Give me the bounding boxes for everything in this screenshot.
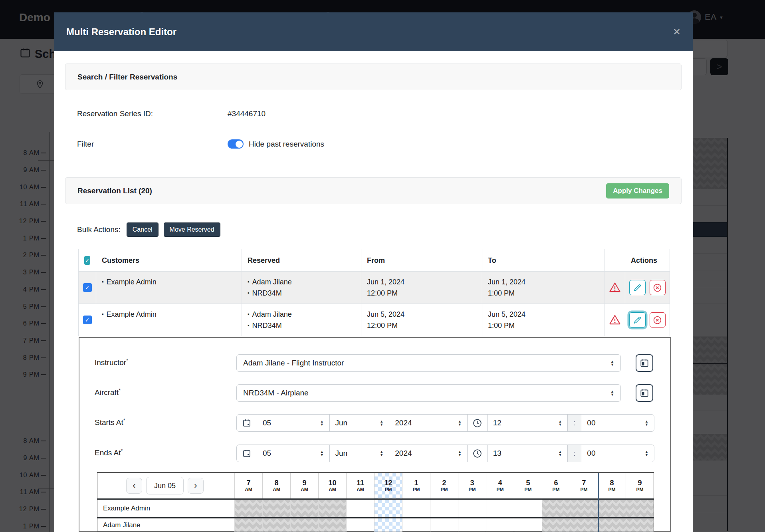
warning-icon [609,314,621,326]
reserved-cell: ▪Adam Jilane▪NRD34M [242,272,361,304]
hour-number: 1 [414,479,418,487]
hour-number: 12 [384,479,392,487]
prev-day-button[interactable]: ‹ [126,478,142,494]
close-icon[interactable]: ✕ [673,26,681,38]
calendar-icon [242,418,252,428]
reservation-series-row: Reservation Series ID: #34446710 [77,109,266,118]
to-cell-line: Jun 1, 2024 [488,276,599,288]
grid-slot-busy[interactable] [234,518,262,532]
month-select[interactable]: Jun▲▼ [329,415,389,431]
cancel-reservation-button[interactable] [650,280,666,295]
ends-at-datetime-group: 05▲▼Jun▲▼2024▲▼13▲▼:00▲▼ [236,445,654,462]
grid-slot-busy[interactable] [262,518,290,532]
hour-meridiem: PM [608,487,616,492]
column-header-To: To [482,249,604,272]
day-select[interactable]: 05▲▼ [257,415,329,431]
grid-slot-selected[interactable] [374,500,402,517]
grid-slot-busy[interactable] [262,500,290,517]
year-select-value: 2024 [395,419,412,427]
day-select[interactable]: 05▲▼ [257,445,329,462]
hour-number: 7 [246,479,250,487]
grid-slot-free[interactable] [486,518,514,532]
filter-row: Filter Hide past reservations [77,139,324,149]
grid-slot-busy[interactable] [542,518,570,532]
year-select[interactable]: 2024▲▼ [389,445,467,462]
grid-slot-free[interactable] [514,518,542,532]
grid-slot-free[interactable] [346,518,374,532]
grid-slot-free[interactable] [514,500,542,517]
grid-slot-free[interactable] [346,500,374,517]
from-cell-line: Jun 1, 2024 [367,276,476,288]
bulk-move-reserved-button[interactable]: Move Reserved [164,222,220,237]
minute-select-value: 00 [587,419,595,427]
grid-slot-busy[interactable] [290,500,318,517]
aircraft-availability-button[interactable] [636,384,653,402]
month-select[interactable]: Jun▲▼ [329,445,389,462]
column-header-warning [604,249,625,272]
bullet-icon: ▪ [248,311,250,317]
minute-select[interactable]: 00▲▼ [581,445,654,462]
select-all-cell: ✓ [79,249,96,272]
row-checkbox[interactable]: ✓ [83,283,92,292]
edit-reservation-button[interactable] [629,312,646,328]
bulk-cancel-button[interactable]: Cancel [127,222,159,237]
bullet-icon: ▪ [248,290,250,296]
to-cell-line: 1:00 PM [488,320,599,331]
customers-cell: ▪Example Admin [96,272,242,304]
grid-slot-selected[interactable] [374,518,402,532]
grid-slot-free[interactable] [458,500,486,517]
grid-slot-busy[interactable] [318,518,346,532]
hour-number: 2 [442,479,446,487]
instructor-availability-button[interactable] [636,354,653,372]
grid-slot-busy[interactable] [290,518,318,532]
bullet-icon: ▪ [102,279,104,285]
minute-select[interactable]: 00▲▼ [581,415,654,431]
hour-header: 3PM [458,473,486,498]
aircraft-label: Aircraft* [95,388,121,397]
customers-cell-line: ▪Example Admin [102,276,236,288]
grid-slot-busy[interactable] [598,500,626,517]
apply-changes-button[interactable]: Apply Changes [606,183,669,199]
hour-meridiem: AM [329,487,336,492]
reserved-cell-line: ▪Adam Jilane [248,309,355,320]
hide-past-reservations-toggle[interactable] [228,139,244,149]
hour-select[interactable]: 13▲▼ [487,445,568,462]
grid-slot-busy[interactable] [626,518,654,532]
grid-slot-free[interactable] [458,518,486,532]
grid-slot-free[interactable] [486,500,514,517]
reserved-cell: ▪Adam Jilane▪NRD34M [242,304,361,336]
row-checkbox[interactable]: ✓ [83,316,92,324]
grid-slot-busy[interactable] [570,518,598,532]
grid-slot-busy[interactable] [598,518,626,532]
grid-slot-busy[interactable] [542,500,570,517]
day-select-value: 05 [263,449,271,458]
edit-reservation-button[interactable] [629,280,646,295]
series-id-value: #34446710 [228,109,266,118]
cancel-circle-icon [652,315,662,325]
hour-meridiem: PM [385,487,392,492]
time-separator-value: : [573,419,575,427]
grid-slot-free[interactable] [430,518,458,532]
hour-number: 6 [554,479,558,487]
next-day-button[interactable]: › [188,478,204,494]
cancel-reservation-button[interactable] [650,312,666,328]
grid-slot-free[interactable] [402,518,430,532]
select-arrows-icon: ▲▼ [645,420,648,426]
hour-number: 10 [328,479,336,487]
grid-slot-busy[interactable] [570,500,598,517]
hour-select[interactable]: 12▲▼ [487,415,568,431]
aircraft-select[interactable]: NRD34M - Airplane ▲▼ [236,384,621,402]
ends-at-label: Ends At* [95,448,123,457]
hour-header: 7PM [570,473,598,498]
grid-slot-free[interactable] [402,500,430,517]
grid-slot-busy[interactable] [234,500,262,517]
select-all-checkbox[interactable]: ✓ [84,256,90,265]
select-arrows-icon: ▲▼ [610,390,614,396]
grid-slot-free[interactable] [430,500,458,517]
row-select-cell: ✓ [79,304,96,336]
grid-slot-busy[interactable] [626,500,654,517]
hour-header: 9AM [290,473,318,498]
year-select[interactable]: 2024▲▼ [389,415,467,431]
grid-slot-busy[interactable] [318,500,346,517]
instructor-select[interactable]: Adam Jilane - Flight Instructor ▲▼ [236,354,621,372]
